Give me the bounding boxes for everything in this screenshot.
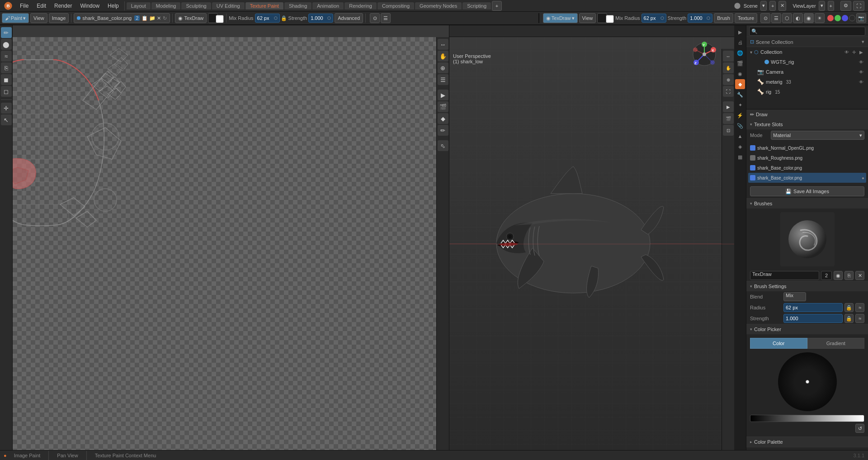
texture-item-2[interactable]: shark_Base_color.png xyxy=(748,163,866,173)
strength-value-3d[interactable]: 1.000 ⬡ xyxy=(688,14,712,23)
color-tab-color[interactable]: Color xyxy=(750,338,807,349)
strength-prop-field[interactable]: 1.000 xyxy=(783,314,843,323)
menu-edit[interactable]: Edit xyxy=(33,2,50,10)
blend-select[interactable]: Mix xyxy=(783,292,806,301)
radius-prop-field[interactable]: 62 px xyxy=(783,303,843,312)
texture-slots-header[interactable]: ▾ Texture Slots xyxy=(746,119,868,129)
texture-selector-3d[interactable]: Texture xyxy=(735,13,757,23)
paint-mode-btn[interactable]: 🖌 Paint ▾ xyxy=(2,13,29,23)
scene-selector[interactable]: ▾ xyxy=(760,1,767,11)
3d-overlay-btn[interactable]: ⊙ xyxy=(760,13,770,23)
uv-overlay-btn[interactable]: ⊙ xyxy=(370,13,380,23)
prop-view-layer-btn[interactable]: 🌐 xyxy=(735,48,745,58)
3d-shading-render[interactable]: ☀ xyxy=(815,13,825,23)
uv-viewport-btn[interactable]: ☰ xyxy=(381,13,391,23)
uv-tool-r8[interactable]: ✏ xyxy=(438,125,448,136)
uv-tool-r4[interactable]: ☰ xyxy=(438,74,448,85)
brush-settings-header[interactable]: ▾ Brush Settings xyxy=(746,281,868,291)
3d-shading-wire[interactable]: ⬡ xyxy=(782,13,792,23)
brush-selector-3d[interactable]: Brush xyxy=(714,13,733,23)
brush-delete-btn[interactable]: ✕ xyxy=(855,271,864,280)
uv-image-btn[interactable]: Image xyxy=(49,13,69,23)
strength-value-uv[interactable]: 1.000 ⬡ xyxy=(308,14,333,23)
tree-metarig[interactable]: 🦴 metarig 33 👁 xyxy=(746,77,868,87)
tab-rendering[interactable]: Rendering xyxy=(344,2,377,9)
uv-tool-r2[interactable]: ✋ xyxy=(438,51,448,62)
delete-scene-btn[interactable]: ✕ xyxy=(778,1,786,11)
3d-canvas[interactable]: User Perspective (1) shark_low xyxy=(449,37,734,450)
brushes-header[interactable]: ▾ Brushes xyxy=(746,199,868,209)
3d-shading-solid[interactable]: ◐ xyxy=(793,13,803,23)
prop-data-btn[interactable]: ▲ xyxy=(735,131,745,141)
tool-fill[interactable]: ◼ xyxy=(1,74,12,85)
prop-object-btn[interactable]: ◆ xyxy=(735,79,745,89)
tab-compositing[interactable]: Compositing xyxy=(377,2,414,9)
prop-world-btn[interactable]: ◉ xyxy=(735,69,745,79)
3d-view-tool2[interactable]: ✋ xyxy=(723,62,734,73)
menu-window[interactable]: Window xyxy=(76,2,103,10)
tab-uv-editing[interactable]: UV Editing xyxy=(212,2,245,9)
fullscreen-btn[interactable]: ⛶ xyxy=(853,1,864,11)
3d-view-tool3[interactable]: ⊕ xyxy=(723,74,734,85)
3d-camera-btn[interactable]: 📷 xyxy=(856,13,866,23)
prop-constraint-btn[interactable]: 📎 xyxy=(735,121,745,131)
metarig-eye[interactable]: 👁 xyxy=(858,79,864,85)
uv-tool-r5[interactable]: ▶ xyxy=(438,90,448,100)
vis-cursor[interactable]: ✛ xyxy=(851,49,857,55)
tab-sculpting[interactable]: Sculpting xyxy=(181,2,211,9)
brush-browse-btn[interactable]: ◉ xyxy=(834,271,843,280)
uv-tool-r9[interactable]: ⬁ xyxy=(438,140,448,151)
tab-shading[interactable]: Shading xyxy=(284,2,311,9)
tab-animation[interactable]: Animation xyxy=(312,2,344,9)
preferences-btn[interactable]: ⚙ xyxy=(840,1,851,11)
prop-particles-btn[interactable]: ✦ xyxy=(735,100,745,110)
scene-filter-btn[interactable]: ▾ xyxy=(862,39,864,45)
tree-wgts-rig[interactable]: WGTS_rig 👁 xyxy=(746,57,868,67)
color-picker-header[interactable]: ▾ Color Picker xyxy=(746,324,868,334)
brush-copy-btn[interactable]: ⎘ xyxy=(844,271,854,280)
radius-value-3d[interactable]: 62 px ⬡ xyxy=(642,14,666,23)
3d-view-btn[interactable]: View xyxy=(579,13,596,23)
add-workspace-btn[interactable]: + xyxy=(492,1,502,11)
texture-item-1[interactable]: shark_Roughness.png xyxy=(748,153,866,163)
color-wheel[interactable] xyxy=(778,352,837,411)
advanced-btn[interactable]: Advanced xyxy=(335,13,363,23)
wgts-eye[interactable]: 👁 xyxy=(858,59,864,65)
tab-geometry-nodes[interactable]: Geometry Nodes xyxy=(415,2,462,9)
uv-view-btn[interactable]: View xyxy=(30,13,47,23)
3d-view-tool5[interactable]: ▶ xyxy=(723,101,734,112)
tab-modeling[interactable]: Modeling xyxy=(151,2,181,9)
radius-lock-btn[interactable]: 🔒 xyxy=(844,303,854,312)
prop-output-btn[interactable]: 🖨 xyxy=(735,38,745,47)
vis-render[interactable]: ▶ xyxy=(858,49,864,55)
prop-material-btn[interactable]: ◈ xyxy=(735,142,745,152)
radius-curve-btn[interactable]: ≈ xyxy=(855,303,864,312)
3d-viewport-btn[interactable]: ☰ xyxy=(771,13,781,23)
new-scene-btn[interactable]: + xyxy=(769,1,776,11)
menu-render[interactable]: Render xyxy=(51,2,75,10)
3d-view-tool4[interactable]: ⛶ xyxy=(723,86,734,97)
brush-name-input[interactable]: TexDraw xyxy=(750,271,819,280)
strength-curve-btn[interactable]: ≈ xyxy=(855,314,864,323)
image-selector[interactable]: shark_Base_color.png 2 📋 📁 ✕ ↻ xyxy=(74,13,170,23)
3d-view-tool6[interactable]: 🎬 xyxy=(723,113,734,124)
camera-eye[interactable]: 👁 xyxy=(858,69,864,75)
tool-smear[interactable]: ≈ xyxy=(1,51,12,62)
3d-mode-btn[interactable]: ◉ TexDraw ▾ xyxy=(543,13,578,23)
properties-search-input[interactable] xyxy=(749,27,865,36)
uv-tool-r3[interactable]: ⊕ xyxy=(438,62,448,73)
collection-root[interactable]: ▾ ⬡ Collection 👁 ✛ ▶ xyxy=(746,47,868,57)
uv-canvas[interactable]: ↔ ✋ ⊕ ☰ ▶ 🎬 ◆ ✏ ⬁ xyxy=(13,37,449,450)
prop-physics-btn[interactable]: ⚡ xyxy=(735,110,745,120)
menu-help[interactable]: Help xyxy=(104,2,123,10)
3d-view-tool7[interactable]: ⊡ xyxy=(723,125,734,136)
tool-clone[interactable]: ⎘ xyxy=(1,62,12,73)
tool-cursor[interactable]: ↖ xyxy=(1,114,12,125)
uv-tool-r1[interactable]: ↔ xyxy=(438,39,448,50)
tab-layout[interactable]: Layout xyxy=(127,2,151,9)
tree-rig[interactable]: 🦴 rig 15 xyxy=(746,87,868,97)
color-reset-btn[interactable]: ↺ xyxy=(855,424,864,433)
prop-modifier-btn[interactable]: 🔧 xyxy=(735,90,745,100)
save-all-images-btn[interactable]: 💾 Save All Images xyxy=(750,186,864,196)
uv-brush-selector[interactable]: ◉ TexDraw xyxy=(175,13,207,23)
